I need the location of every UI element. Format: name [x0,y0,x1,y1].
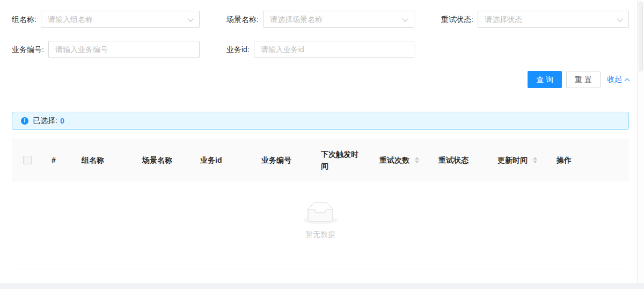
sort-icon[interactable] [415,157,419,163]
col-actions: 操作 [548,154,629,166]
filter-row-1: 组名称: 场景名称: 重试状态: [12,11,629,28]
empty-state: 暂无数据 [12,202,629,240]
collapse-label: 收起 [607,75,622,84]
caret-down-icon [533,161,537,163]
caret-up-icon [415,157,419,160]
group-name-label: 组名称: [12,11,36,28]
selected-label: 已选择: [33,116,57,126]
query-button[interactable]: 查 询 [528,71,562,88]
retry-status-label: 重试状态: [441,11,473,28]
col-index: # [43,154,73,166]
empty-box-icon [303,202,338,226]
table-header: # 组名称 场景名称 业务id 业务编号 下次触发时间 重试次数 重试状态 更新… [12,139,629,182]
form-item-business-no: 业务编号: [12,41,200,58]
retry-status-select[interactable] [478,11,629,28]
col-next-trigger-time: 下次触发时间 [312,148,371,172]
col-group-name: 组名称 [73,154,134,166]
scrollbar-thumb[interactable] [639,2,643,71]
bottom-window-strip [0,283,644,289]
form-item-group-name: 组名称: [12,11,200,28]
business-id-label: 业务id: [226,41,250,58]
selection-alert: 已选择: 0 [12,112,629,130]
vertical-scrollbar[interactable] [637,0,644,283]
form-item-retry-status: 重试状态: [441,11,629,28]
select-all-checkbox[interactable] [23,156,32,164]
group-name-select[interactable] [41,11,200,28]
col-scene-name: 场景名称 [134,154,192,166]
form-actions: 查 询 重 置 收起 [12,71,629,88]
col-update-time: 更新时间 [489,154,548,166]
col-retry-status: 重试状态 [430,154,489,166]
scene-name-select[interactable] [263,11,414,28]
collapse-link[interactable]: 收起 [607,75,629,84]
chevron-up-icon [625,78,630,83]
form-item-business-id: 业务id: [226,41,414,58]
caret-down-icon [415,161,419,163]
filter-row-2: 业务编号: 业务id: [12,41,629,58]
col-retry-count: 重试次数 [371,154,430,166]
retry-table: # 组名称 场景名称 业务id 业务编号 下次触发时间 重试次数 重试状态 更新… [12,139,629,270]
col-business-id: 业务id [192,154,253,166]
form-item-scene-name: 场景名称: [226,11,414,28]
selected-count: 0 [60,117,64,125]
scene-name-label: 场景名称: [226,11,259,28]
sort-icon[interactable] [533,157,537,163]
select-all-cell [12,156,43,164]
empty-text: 暂无数据 [12,230,629,240]
info-circle-icon [21,117,28,125]
col-business-no: 业务编号 [253,154,312,166]
reset-button[interactable]: 重 置 [566,71,601,88]
business-id-input[interactable] [254,41,414,58]
page: 组名称: 场景名称: 重试状态: [0,0,644,289]
table-body: 暂无数据 [12,182,629,270]
caret-up-icon [533,157,537,160]
business-no-label: 业务编号: [12,41,44,58]
business-no-input[interactable] [48,41,200,58]
